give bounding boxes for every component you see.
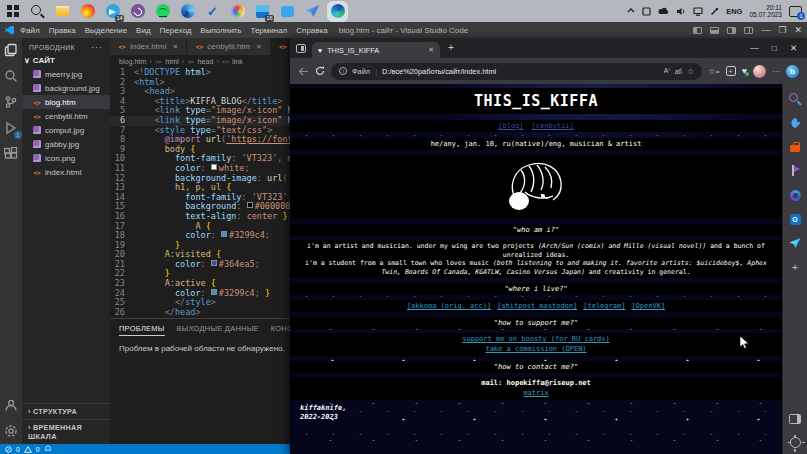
tray-volume-icon[interactable] xyxy=(676,7,686,16)
page-info-icon[interactable]: i xyxy=(339,67,347,75)
file-item[interactable]: <>cenbytii.htm xyxy=(22,109,110,123)
tab-close-icon[interactable]: ✕ xyxy=(256,43,262,51)
swirl-app-icon[interactable] xyxy=(180,4,195,19)
support-link[interactable]: take a commission (OPEN) xyxy=(485,345,586,353)
sidebar-section[interactable]: › СТРУКТУРА xyxy=(22,403,110,419)
tray-chevron-icon[interactable] xyxy=(627,7,635,15)
chat-app-icon[interactable] xyxy=(280,4,295,19)
account-icon[interactable] xyxy=(4,398,19,413)
spotify-app-icon[interactable] xyxy=(155,4,170,19)
panel-tab[interactable]: ПРОБЛЕМЫ xyxy=(119,324,165,336)
browser-tab[interactable]: ♥ THIS_IS_KIFFA ✕ xyxy=(312,42,440,58)
menu-терминал[interactable]: Терминал xyxy=(250,26,287,35)
plane-app-icon[interactable] xyxy=(305,4,320,19)
sidebar-section[interactable]: › ВРЕМЕННАЯ ШКАЛА xyxy=(22,419,110,444)
tray-pen-icon[interactable] xyxy=(710,7,719,16)
nav-link[interactable]: [blog] xyxy=(498,122,523,130)
file-item[interactable]: <>index.html xyxy=(22,165,110,179)
sidebar-outlook-icon[interactable] xyxy=(789,213,801,225)
browser-essentials-icon[interactable]: ♥ xyxy=(742,66,747,76)
tray-tablet-icon[interactable] xyxy=(642,7,651,16)
sidebar-settings-icon[interactable] xyxy=(790,437,801,448)
sidebar-games-icon[interactable] xyxy=(789,165,801,177)
editor-tab[interactable]: <>index.html✕ xyxy=(110,38,187,55)
editor-tab[interactable]: <>cenbytii.htm✕ xyxy=(187,38,271,55)
vscode-minimize-button[interactable]: — xyxy=(761,26,770,35)
tab-actions-menu-icon[interactable] xyxy=(296,44,306,53)
sidebar-m365-icon[interactable] xyxy=(789,189,801,201)
breadcrumb-item[interactable]: link xyxy=(232,57,243,66)
breadcrumb-item[interactable]: blog.htm xyxy=(119,57,147,66)
explorer-activity-icon[interactable] xyxy=(4,43,19,58)
read-aloud-icon[interactable]: A⁾ xyxy=(664,67,670,75)
menu-файл[interactable]: Файл xyxy=(20,26,40,35)
sidebar-shopping-icon[interactable] xyxy=(789,117,801,129)
telegram-app-icon[interactable]: 14 xyxy=(105,4,120,19)
extensions-activity-icon[interactable] xyxy=(4,147,19,162)
file-item[interactable]: icon.png xyxy=(22,151,110,165)
social-link[interactable]: [shitpost mastodon] xyxy=(497,302,577,310)
scm-activity-icon[interactable] xyxy=(4,95,19,110)
vscode-restore-button[interactable]: ❐ xyxy=(778,26,786,35)
menu-правка[interactable]: Правка xyxy=(49,26,76,35)
collections-icon[interactable]: + xyxy=(726,66,736,76)
search-app-icon[interactable] xyxy=(30,4,45,19)
paint-app-icon[interactable] xyxy=(230,4,245,19)
social-link[interactable]: [akkoma (orig. acc)] xyxy=(407,302,491,310)
social-link[interactable]: [OpenVK] xyxy=(631,302,665,310)
panel-tab[interactable]: ВЫХОДНЫЕ ДАННЫЕ xyxy=(177,324,259,336)
folder-root[interactable]: ∨ САЙТ xyxy=(22,55,110,67)
sidebar-drop-icon[interactable] xyxy=(789,237,801,249)
url-text[interactable]: D:/все%20работы/сайт/index.html xyxy=(382,67,659,76)
menu-вид[interactable]: Вид xyxy=(136,26,150,35)
viber-app-icon[interactable] xyxy=(130,4,145,19)
tab-close-icon[interactable]: ✕ xyxy=(172,43,178,51)
add-favorite-icon[interactable]: ☆ xyxy=(687,67,694,76)
favorites-bar-icon[interactable]: ☆₌ xyxy=(708,67,719,76)
toggle-panel-icon[interactable] xyxy=(710,27,719,34)
browser-close-button[interactable]: ✕ xyxy=(790,43,797,53)
breadcrumb-item[interactable]: head xyxy=(197,57,213,66)
sidebar-tools-icon[interactable] xyxy=(789,141,801,153)
menu-выполнить[interactable]: Выполнить xyxy=(200,26,241,35)
toggle-secondary-sidebar-icon[interactable] xyxy=(727,27,736,34)
social-link[interactable]: [telegram] xyxy=(583,302,625,310)
browser-maximize-button[interactable]: □ xyxy=(772,43,777,53)
debug-activity-icon[interactable]: 1 xyxy=(4,121,19,136)
explorer-app-icon[interactable] xyxy=(55,4,70,19)
menu-переход[interactable]: Переход xyxy=(160,26,192,35)
start-app-icon[interactable] xyxy=(5,4,20,19)
action-center-icon[interactable]: 1 xyxy=(789,6,802,17)
file-item[interactable]: <>blog.htm xyxy=(22,95,110,109)
tab-close-icon[interactable]: ✕ xyxy=(428,46,434,54)
calendar-app-icon[interactable]: 16 xyxy=(255,4,270,19)
tray-network-icon[interactable] xyxy=(693,7,703,16)
edge-app-icon[interactable] xyxy=(330,4,345,19)
settings-gear-icon[interactable] xyxy=(4,424,19,439)
vscode-close-button[interactable]: ✕ xyxy=(794,26,802,35)
explorer-actions-icon[interactable]: ··· xyxy=(91,42,103,52)
translate-icon[interactable]: аб xyxy=(675,68,682,75)
bing-sidebar-icon[interactable]: b xyxy=(786,65,799,78)
profile-avatar[interactable] xyxy=(753,65,766,78)
file-item[interactable]: background.jpg xyxy=(22,81,110,95)
nav-link[interactable]: [cenbytii] xyxy=(532,122,574,130)
refresh-button[interactable] xyxy=(315,66,325,76)
sidebar-toggle-icon[interactable] xyxy=(789,413,801,425)
sidebar-add-icon[interactable]: + xyxy=(789,261,801,273)
file-item[interactable]: gabby.jpg xyxy=(22,137,110,151)
file-item[interactable]: meerry.jpg xyxy=(22,67,110,81)
customize-layout-icon[interactable] xyxy=(744,27,753,34)
toggle-sidebar-icon[interactable] xyxy=(693,27,702,34)
search-activity-icon[interactable] xyxy=(4,69,19,84)
address-bar[interactable]: i Файл | D:/все%20работы/сайт/index.html… xyxy=(331,63,702,80)
tray-cloud-icon[interactable] xyxy=(658,7,669,16)
sidebar-search-icon[interactable] xyxy=(789,93,801,105)
clock[interactable]: 20:11 05.07.2023 xyxy=(749,4,782,19)
menu-справка[interactable]: Справка xyxy=(296,26,327,35)
language-indicator[interactable]: ENG xyxy=(726,7,742,16)
breadcrumb-item[interactable]: html xyxy=(165,57,179,66)
support-link[interactable]: support me on boosty (for RU cards) xyxy=(462,335,610,343)
menu-выделение[interactable]: Выделение xyxy=(85,26,127,35)
new-tab-button[interactable]: + xyxy=(448,43,454,53)
